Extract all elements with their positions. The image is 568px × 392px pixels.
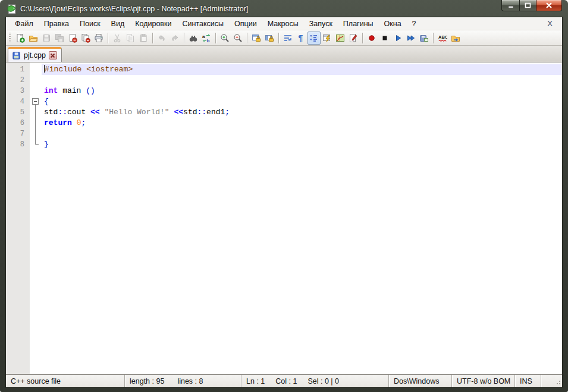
macro-record-icon: [367, 33, 376, 43]
print-button[interactable]: [92, 32, 105, 45]
editor[interactable]: 12345678 #include <iostream>int main (){…: [6, 62, 562, 374]
menu-item-search[interactable]: Поиск: [74, 18, 106, 30]
menu-item-settings[interactable]: Опции: [229, 18, 262, 30]
code-line[interactable]: std::cout << "Hello World!" <<std::end1;: [42, 107, 562, 118]
resize-grip[interactable]: [554, 378, 560, 384]
macro-stop-button[interactable]: [378, 32, 391, 45]
close-all-icon: [81, 33, 90, 43]
code-token: <<: [90, 108, 100, 117]
status-eol-format[interactable]: Dos\Windows: [389, 375, 452, 387]
macro-record-button[interactable]: [365, 32, 378, 45]
zoom-in-button[interactable]: [218, 32, 231, 45]
tab-close-icon: [50, 53, 55, 58]
code-line[interactable]: [42, 128, 562, 139]
close-file-button[interactable]: [66, 32, 79, 45]
code-token: "Hello World!": [104, 108, 169, 117]
code-line[interactable]: {: [42, 96, 562, 107]
menu-item-edit[interactable]: Правка: [39, 18, 74, 30]
find-button[interactable]: [187, 32, 200, 45]
line-number: 8: [6, 139, 30, 150]
fold-collapse-marker: [30, 96, 42, 107]
fold-minus-icon[interactable]: [32, 98, 39, 105]
sync-v-scroll-button[interactable]: [250, 32, 263, 45]
status-filler: [541, 375, 562, 387]
tab-label: pjt.cpp: [24, 51, 46, 59]
status-insert-mode[interactable]: INS: [515, 375, 541, 387]
word-wrap-button[interactable]: [281, 32, 294, 45]
menu-item-windows[interactable]: Окна: [379, 18, 407, 30]
show-all-chars-button[interactable]: ¶: [294, 32, 307, 45]
toolbar-separator: [247, 33, 247, 43]
menu-item-run[interactable]: Запуск: [304, 18, 338, 30]
menu-item-encodings[interactable]: Кодировки: [130, 18, 177, 30]
new-file-icon: [15, 33, 25, 43]
doc-map-button[interactable]: [334, 32, 347, 45]
status-encoding[interactable]: UTF-8 w/o BOM: [452, 375, 515, 387]
close-all-button[interactable]: [79, 32, 92, 45]
line-number: 5: [6, 107, 30, 118]
code-token: (): [86, 86, 95, 95]
word-wrap-icon: [283, 33, 293, 43]
close-file-icon: [68, 33, 77, 43]
maximize-button[interactable]: [519, 0, 536, 11]
menu-item-plugins[interactable]: Плагины: [338, 18, 379, 30]
svg-text:a: a: [202, 34, 205, 39]
func-list-button[interactable]: D: [347, 32, 360, 45]
sync-h-scroll-button[interactable]: [263, 32, 276, 45]
code-line[interactable]: int main (): [42, 86, 562, 96]
open-folder-icon: [29, 33, 38, 43]
udl-dialog-button[interactable]: [321, 32, 334, 45]
undo-icon: [157, 33, 167, 43]
code-area[interactable]: #include <iostream>int main (){std::cout…: [42, 62, 562, 374]
macro-play-icon: [393, 33, 403, 43]
explorer-link-icon: [451, 33, 460, 43]
menu-close-document-button[interactable]: X: [544, 18, 556, 29]
spell-check-button[interactable]: ABC: [436, 32, 449, 45]
tab-pjt-cpp[interactable]: pjt.cpp: [8, 47, 62, 62]
menu-item-languages[interactable]: Синтаксисы: [177, 18, 229, 30]
replace-button[interactable]: ab: [200, 32, 213, 45]
code-line[interactable]: [42, 75, 562, 86]
close-button[interactable]: [536, 0, 562, 11]
indent-guide-button[interactable]: [307, 32, 321, 45]
menu-item-view[interactable]: Вид: [106, 18, 130, 30]
macro-stop-icon: [380, 33, 390, 43]
tab-close-button[interactable]: [49, 51, 57, 59]
title-bar[interactable]: C:\Users\Дом\Eclips works\Eclips\pjt.cpp…: [5, 0, 563, 17]
save-file-icon: [42, 33, 51, 43]
code-line[interactable]: #include <iostream>: [42, 64, 562, 75]
fold-guide-line: [30, 118, 42, 128]
redo-button: [168, 32, 181, 45]
toolbar-separator: [362, 33, 363, 43]
code-token: ::: [58, 108, 67, 117]
close-icon: [545, 2, 553, 8]
saved-file-icon: [12, 51, 21, 60]
maximize-icon: [525, 2, 531, 8]
status-sel: Sel : 0 | 0: [307, 377, 339, 385]
menu-item-file[interactable]: Файл: [10, 18, 39, 30]
macro-run-multi-button[interactable]: [404, 32, 418, 45]
code-token: int: [44, 86, 58, 95]
macro-run-multi-icon: [406, 33, 416, 43]
toolbar-separator: [215, 33, 216, 43]
paste-button: [137, 32, 150, 45]
zoom-out-button[interactable]: [231, 32, 244, 45]
minimize-button[interactable]: [501, 0, 519, 11]
func-list-icon: D: [349, 33, 358, 43]
code-token: end1: [206, 108, 225, 117]
open-folder-button[interactable]: [27, 32, 40, 45]
menu-item-help[interactable]: ?: [407, 18, 422, 30]
code-line[interactable]: return 0;: [42, 118, 562, 128]
menu-item-macros[interactable]: Макросы: [262, 18, 304, 30]
fold-empty: [30, 64, 42, 75]
explorer-link-button[interactable]: [449, 32, 462, 45]
macro-save-button[interactable]: [418, 32, 431, 45]
toolbar-grip[interactable]: [9, 33, 11, 43]
code-token: std: [183, 108, 197, 117]
code-token: ::: [197, 108, 207, 117]
code-line[interactable]: }: [42, 139, 562, 150]
fold-guide-end: [30, 139, 42, 150]
macro-play-button[interactable]: [391, 32, 404, 45]
new-file-button[interactable]: [14, 32, 27, 45]
save-all-icon: [55, 33, 64, 43]
